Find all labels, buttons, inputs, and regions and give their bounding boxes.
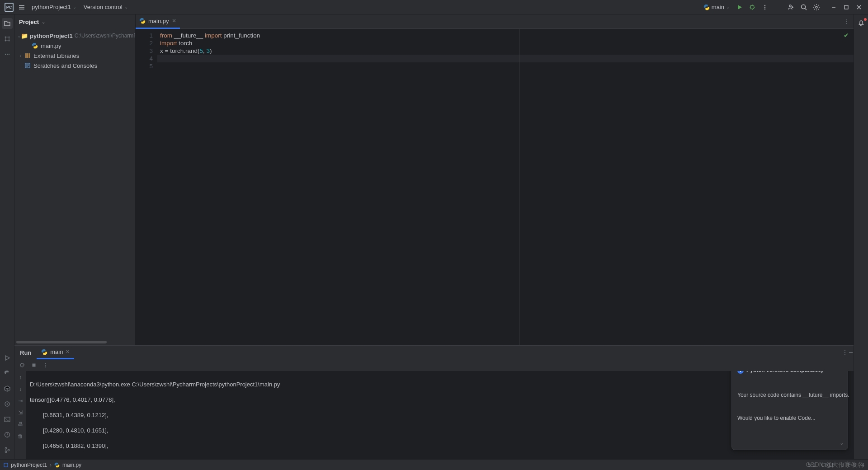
chevron-down-icon: ⌄ (73, 5, 76, 9)
settings-icon[interactable] (810, 1, 823, 14)
svg-point-13 (6, 54, 7, 55)
close-button[interactable] (853, 1, 865, 14)
run-button[interactable] (733, 1, 746, 14)
run-tab-main[interactable]: main ✕ (37, 346, 74, 359)
python-console-tool-button[interactable] (2, 368, 13, 379)
scroll-to-end-icon[interactable]: ⇲ (16, 408, 25, 417)
svg-point-27 (846, 21, 847, 22)
svg-point-8 (5, 37, 6, 38)
code-with-me-icon[interactable] (785, 1, 797, 14)
expand-toggle[interactable]: › (17, 53, 24, 58)
hamburger-icon[interactable] (15, 1, 28, 14)
project-tool-button[interactable] (2, 18, 13, 29)
svg-rect-32 (33, 364, 36, 367)
tree-scratches[interactable]: Scratches and Consoles (14, 61, 135, 70)
hide-panel-icon[interactable] (848, 350, 854, 355)
run-tab-label: main (50, 348, 63, 355)
maximize-button[interactable] (840, 1, 853, 14)
editor-area: main.py ✕ 1 2 3 4 5 (136, 14, 854, 345)
run-panel-more-icon[interactable] (842, 349, 848, 356)
root-path: C:\Users\zwshi\PycharmProjec (75, 33, 135, 39)
ext-libs-label: External Libraries (33, 52, 79, 59)
svg-rect-24 (29, 53, 30, 58)
file-name: main.py (41, 42, 61, 49)
svg-point-10 (5, 40, 6, 42)
app-logo[interactable]: PC (3, 1, 15, 14)
up-arrow-icon[interactable]: ↑ (16, 373, 25, 382)
project-name: pythonProject1 (32, 4, 71, 10)
python-icon (32, 42, 39, 49)
tree-file-main[interactable]: main.py (14, 41, 135, 51)
svg-rect-7 (844, 5, 848, 9)
more-tool-button[interactable] (2, 49, 13, 60)
down-arrow-icon[interactable]: ↓ (16, 385, 25, 394)
expand-notification-icon[interactable]: ⌄ (840, 439, 844, 447)
svg-point-9 (8, 37, 9, 38)
rerun-button[interactable] (17, 360, 27, 370)
editor-split: Project ⌄ ⌄ 📁 pythonProject1 C:\Users\zw… (14, 14, 854, 345)
vcs-label: Version control (84, 4, 123, 10)
search-icon[interactable] (797, 1, 810, 14)
cursor-position[interactable]: 5:1 (808, 462, 816, 468)
h-scrollbar-thumb[interactable] (16, 341, 107, 343)
print-icon[interactable]: 🖶 (16, 420, 25, 429)
file-encoding[interactable]: UTF-8 (840, 462, 856, 468)
notification-body-1: Your source code contains __future__ imp… (737, 391, 842, 399)
console-output[interactable]: D:\Users\zwshi\anaconda3\python.exe C:\U… (26, 371, 854, 459)
structure-tool-button[interactable] (2, 33, 13, 44)
notification-popup[interactable]: i Python versions compatibility Your sou… (731, 371, 848, 450)
close-tab-icon[interactable]: ✕ (66, 349, 70, 355)
code-area[interactable]: from __future__ import print_function im… (157, 29, 854, 345)
python-packages-tool-button[interactable] (2, 383, 13, 394)
run-tool-button[interactable] (2, 352, 13, 363)
debug-button[interactable] (746, 1, 759, 14)
run-toolbar (14, 359, 854, 371)
svg-point-33 (45, 363, 46, 364)
terminal-tool-button[interactable] (2, 414, 13, 425)
indent-size[interactable]: 4 (861, 462, 864, 468)
svg-point-12 (5, 54, 5, 55)
editor-more-icon[interactable] (844, 19, 850, 25)
toolbar-more-icon[interactable] (41, 360, 51, 370)
editor-body[interactable]: 1 2 3 4 5 from __future__ import print_f… (136, 29, 854, 345)
line-separator[interactable]: CRLF (821, 462, 835, 468)
svg-point-2 (764, 6, 765, 7)
problems-tool-button[interactable] (2, 429, 13, 440)
run-body: ↑ ↓ ⇥ ⇲ 🖶 🗑 D:\Users\zwshi\anaconda3\pyt… (14, 371, 854, 459)
services-tool-button[interactable] (2, 399, 13, 409)
crumb-project: pythonProject1 (11, 462, 47, 468)
close-tab-icon[interactable]: ✕ (172, 18, 176, 24)
notifications-icon[interactable] (856, 18, 867, 29)
svg-point-26 (846, 19, 847, 20)
vcs-dropdown[interactable]: Version control ⌄ (80, 1, 132, 14)
breadcrumb[interactable]: pythonProject1 › main.py (4, 462, 81, 468)
svg-point-1 (764, 5, 765, 5)
chevron-down-icon: ⌄ (726, 5, 730, 9)
svg-rect-22 (25, 53, 27, 58)
run-tab-bar: Run main ✕ (14, 346, 854, 359)
tree-project-root[interactable]: ⌄ 📁 pythonProject1 C:\Users\zwshi\Pychar… (14, 31, 135, 41)
tab-label: main.py (148, 18, 169, 24)
python-icon (703, 4, 710, 10)
project-tree[interactable]: ⌄ 📁 pythonProject1 C:\Users\zwshi\Pychar… (14, 29, 135, 341)
vcs-tool-button[interactable] (2, 445, 13, 456)
library-icon (24, 52, 32, 59)
svg-rect-23 (27, 53, 28, 58)
minimize-button[interactable] (827, 1, 840, 14)
run-config-dropdown[interactable]: main ⌄ (700, 1, 733, 14)
project-panel-header[interactable]: Project ⌄ (14, 14, 135, 29)
project-dropdown[interactable]: pythonProject1 ⌄ (28, 1, 80, 14)
stop-button[interactable] (29, 360, 39, 370)
titlebar: PC pythonProject1 ⌄ Version control ⌄ ma… (0, 0, 868, 14)
clear-icon[interactable]: 🗑 (16, 432, 25, 441)
svg-point-30 (844, 352, 845, 353)
soft-wrap-icon[interactable]: ⇥ (16, 396, 25, 405)
editor-tab-main[interactable]: main.py ✕ (136, 14, 180, 29)
inspection-ok-icon[interactable]: ✔ (844, 32, 849, 39)
tree-external-libs[interactable]: › External Libraries (14, 51, 135, 61)
svg-point-4 (789, 5, 791, 6)
svg-point-21 (8, 449, 9, 451)
more-actions-icon[interactable] (759, 1, 771, 14)
svg-point-28 (846, 23, 847, 24)
expand-toggle[interactable]: ⌄ (17, 33, 21, 38)
